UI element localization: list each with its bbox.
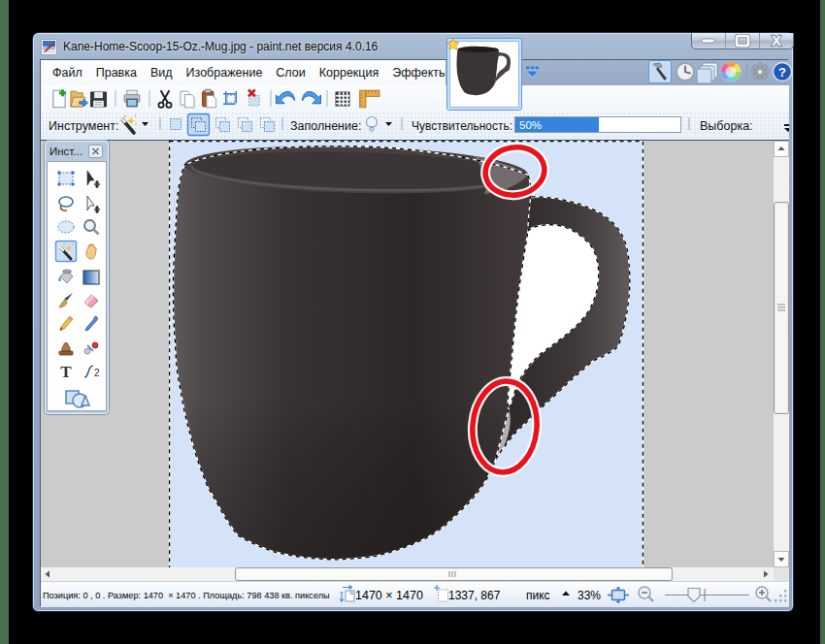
svg-text:2: 2 (94, 368, 100, 378)
svg-text:Заполнение:: Заполнение: (290, 119, 361, 133)
svg-text:Выборка:: Выборка: (700, 119, 753, 133)
svg-text:Чувствительность:: Чувствительность: (412, 119, 512, 133)
svg-text:Инст...: Инст... (50, 145, 82, 157)
svg-text:1337, 867: 1337, 867 (448, 589, 501, 602)
svg-text:пикс: пикс (526, 589, 550, 602)
svg-text:?: ? (778, 65, 786, 80)
svg-text:1470 × 1470: 1470 × 1470 (355, 589, 423, 602)
svg-text:Позиция: 0 , 0 . Размер: 1470: Позиция: 0 , 0 . Размер: 1470 × 1470 . П… (43, 591, 330, 600)
svg-text:T: T (60, 363, 72, 381)
svg-text:50%: 50% (519, 119, 542, 131)
svg-text:X: X (772, 34, 781, 48)
svg-text:Инструмент:: Инструмент: (49, 119, 118, 133)
svg-text:33%: 33% (578, 589, 601, 602)
